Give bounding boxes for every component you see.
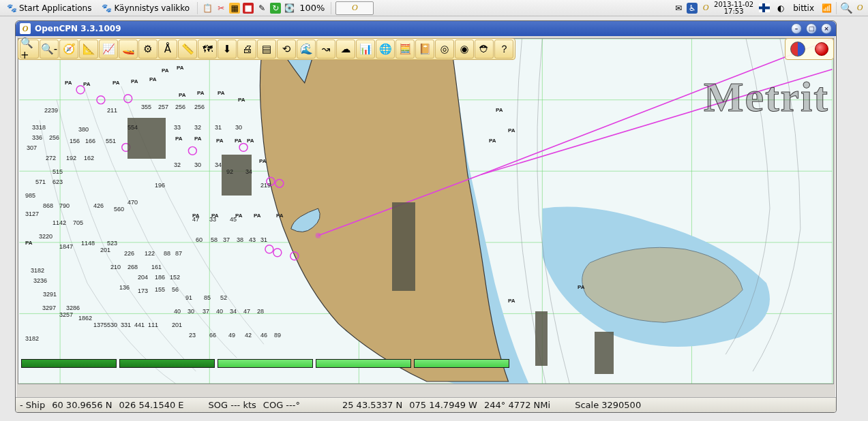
clock-time: 17:53	[714, 8, 753, 15]
clock-date: 2013-11-02	[714, 1, 753, 8]
accessibility-icon[interactable]: ♿	[687, 3, 698, 14]
stop-icon[interactable]: ■	[243, 3, 254, 14]
status-cog: COG ---°	[263, 400, 300, 410]
search-icon[interactable]: 🔍	[841, 3, 852, 14]
clock[interactable]: 2013-11-02 17:53	[714, 1, 753, 15]
status-ship-label: - Ship	[20, 400, 45, 410]
chart-progress-bar	[414, 359, 509, 368]
wifi-icon[interactable]: 📶	[821, 3, 832, 14]
mail-icon[interactable]: ✉	[673, 3, 684, 14]
measure-button[interactable]: 📏	[178, 40, 197, 59]
charts-button[interactable]: 🗺	[198, 40, 217, 59]
scale-chart-button[interactable]: 🧭	[59, 40, 78, 59]
refresh-icon[interactable]: ↻	[270, 3, 281, 14]
compass-gps-overlay	[785, 38, 834, 60]
main-toolbar: 🔍+🔍-🧭📐📈🚤⚙Å📏🗺⬇🖨▤⟲🌊↝☁📊🌐🧮📔◎◉⛑？	[18, 38, 515, 60]
status-cursor-lat: 25 43.5337 N	[342, 400, 402, 410]
start-label: Start Applications	[19, 3, 91, 13]
track-button[interactable]: 📈	[99, 40, 118, 59]
window-titlebar[interactable]: O OpenCPN 3.3.1009 – □ ×	[16, 21, 836, 36]
print-button[interactable]: 🖨	[237, 40, 256, 59]
opencpn-tray2-icon[interactable]: O	[854, 3, 865, 14]
clipboard-icon[interactable]: 📋	[202, 3, 213, 14]
opencpn-icon: O	[20, 23, 31, 34]
currents-button[interactable]: ↝	[316, 40, 335, 59]
paw-icon: 🐾	[101, 3, 112, 14]
status-sog: SOG --- kts	[209, 400, 256, 410]
chart-progress-bar	[21, 359, 117, 368]
disk-icon[interactable]: 💽	[284, 3, 295, 14]
dashboard-button[interactable]: 📊	[356, 40, 375, 59]
zoom-percent: 100%	[297, 3, 327, 13]
taskbar-app-opencpn[interactable]: O	[335, 1, 374, 15]
status-cursor-lon: 075 14.7949 W	[409, 400, 477, 410]
chart-progress-bar	[119, 359, 215, 368]
nautical-chart[interactable]	[18, 39, 833, 384]
close-button[interactable]: ×	[821, 23, 832, 34]
route-button[interactable]: 📐	[79, 40, 98, 59]
flag-finland-icon[interactable]	[759, 3, 770, 14]
desktop-taskbar: 🐾 Start Applications 🐾 Käynnistys valikk…	[0, 0, 868, 16]
logbook-button[interactable]: 📔	[415, 40, 434, 59]
separator	[331, 2, 331, 14]
paw-icon: 🐾	[6, 3, 17, 14]
globe-icon[interactable]: ◐	[775, 3, 786, 14]
gps-status-icon[interactable]	[815, 42, 828, 56]
chart-canvas[interactable]: 2239331833625630727219216251557162398586…	[18, 38, 834, 384]
opencpn-icon: O	[349, 3, 360, 14]
svg-rect-2	[759, 7, 770, 10]
calc-button[interactable]: 🧮	[395, 40, 415, 59]
start-applications-button[interactable]: 🐾 Start Applications	[3, 1, 95, 16]
opencpn-window: O OpenCPN 3.3.1009 – □ ×	[15, 20, 837, 413]
chart-overlay-patch	[128, 118, 166, 159]
pen-icon[interactable]: ✎	[256, 3, 267, 14]
window-title: OpenCPN 3.3.1009	[35, 24, 121, 33]
svg-point-16	[316, 233, 321, 238]
chart-loading-strip	[21, 359, 830, 369]
chart-progress-bar	[218, 359, 313, 368]
download-button[interactable]: ⬇	[218, 40, 237, 59]
calendar-icon[interactable]: ▦	[229, 3, 240, 14]
status-scale: Scale 3290500	[575, 400, 641, 410]
help-button[interactable]: ？	[494, 40, 513, 59]
minimize-button[interactable]: –	[791, 23, 802, 34]
cut-icon[interactable]: ✂	[215, 3, 226, 14]
plugin1-button[interactable]: ◉	[455, 40, 474, 59]
status-bar: - Ship 60 30.9656 N 026 54.1540 E SOG --…	[16, 397, 836, 412]
mob-button[interactable]: ⛑	[475, 40, 494, 59]
grib-button[interactable]: ☁	[336, 40, 355, 59]
zoom-in-button[interactable]: 🔍+	[20, 40, 39, 59]
radar-button[interactable]: ◎	[435, 40, 454, 59]
separator	[836, 2, 837, 14]
wmm-button[interactable]: 🌐	[376, 40, 395, 59]
chart-progress-bar	[316, 359, 411, 368]
layers-button[interactable]: ▤	[257, 40, 276, 59]
status-ship-lat: 60 30.9656 N	[52, 400, 112, 410]
separator	[197, 2, 198, 14]
status-ship-lon: 026 54.1540 E	[119, 400, 183, 410]
chart-overlay-patch	[535, 311, 548, 366]
user-label: bittix	[793, 3, 814, 13]
ais-button[interactable]: ⟲	[277, 40, 296, 59]
opencpn-tray-icon[interactable]: O	[700, 3, 711, 14]
ownship-button[interactable]: 🚤	[119, 40, 138, 59]
dividers-button[interactable]: Å	[158, 40, 177, 59]
maximize-button[interactable]: □	[806, 23, 817, 34]
tides-button[interactable]: 🌊	[297, 40, 316, 59]
zoom-out-button[interactable]: 🔍-	[40, 40, 59, 59]
chart-overlay-patch	[392, 202, 415, 291]
status-brg-dist: 244° 4772 NMi	[484, 400, 550, 410]
settings-button[interactable]: ⚙	[138, 40, 158, 59]
chart-overlay-patch	[222, 155, 252, 196]
start-label-fi: Käynnistys valikko	[114, 3, 190, 13]
start-menu-button[interactable]: 🐾 Käynnistys valikko	[98, 1, 193, 16]
compass-icon[interactable]	[790, 42, 805, 57]
